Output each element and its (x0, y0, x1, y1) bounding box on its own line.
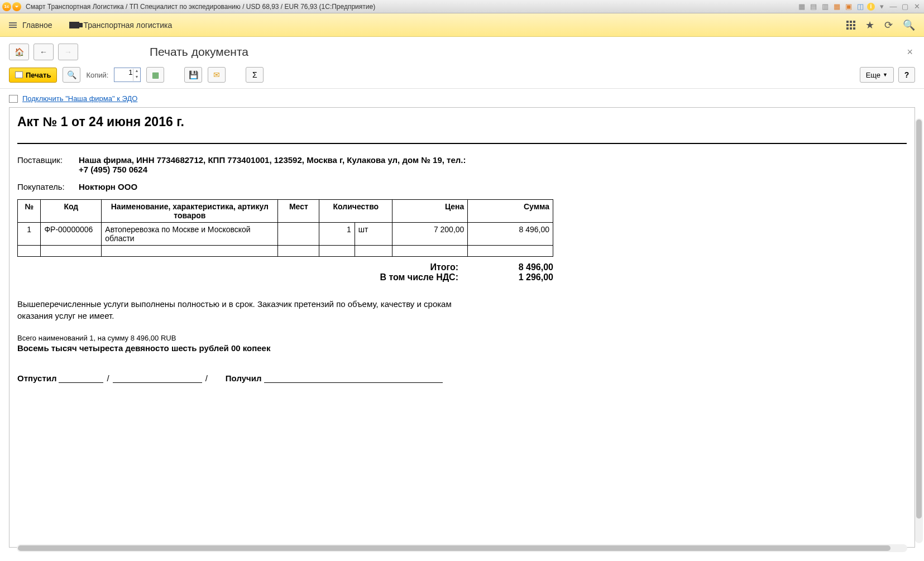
print-button[interactable]: Печать (9, 68, 57, 83)
apps-grid-icon[interactable] (846, 21, 855, 30)
col-qty: Количество (319, 200, 392, 223)
poluchil-line (264, 373, 443, 383)
cell-sum: 8 496,00 (468, 223, 553, 246)
history-icon[interactable]: ⟳ (884, 19, 893, 31)
print-toolbar: Печать 🔍 Копий: ▲▼ ▦ 💾 ✉ Σ Еще ▼ ? (0, 65, 924, 89)
menu-logistics[interactable]: Транспортная логистика (84, 21, 173, 30)
col-num: № (18, 200, 41, 223)
minimize-icon[interactable]: — (888, 2, 898, 12)
help-button[interactable]: ? (898, 67, 915, 83)
email-button[interactable]: ✉ (208, 67, 226, 83)
calculator-icon[interactable]: ▦ (832, 2, 842, 12)
calendar-icon[interactable]: ▣ (844, 2, 854, 12)
otpustil-line-1 (59, 373, 103, 383)
more-label: Еще (866, 71, 880, 79)
info-icon[interactable]: i (867, 3, 875, 11)
close-tab-icon[interactable]: × (904, 44, 915, 60)
back-button[interactable]: ← (33, 44, 54, 60)
otpustil-line-2 (113, 373, 202, 383)
export-excel-button[interactable]: ▦ (146, 67, 164, 83)
col-price: Цена (392, 200, 468, 223)
copies-label: Копий: (86, 71, 108, 79)
col-sum: Сумма (468, 200, 553, 223)
col-mest: Мест (278, 200, 319, 223)
itogo-value: 8 496,00 (475, 262, 553, 272)
cell-unit: шт (355, 223, 392, 246)
edo-row: Подключить "Наша фирма" к ЭДО (0, 89, 924, 107)
hscroll-thumb[interactable] (18, 545, 891, 551)
poluchil-label: Получил (226, 373, 262, 383)
document-title: Акт № 1 от 24 июня 2016 г. (17, 114, 907, 130)
titlebar-tool-1-icon[interactable]: ▦ (797, 2, 807, 12)
close-window-icon[interactable]: ✕ (912, 2, 922, 12)
home-button[interactable]: 🏠 (9, 44, 29, 60)
cell-code: ФР-00000006 (41, 223, 102, 246)
chevron-down-icon: ▼ (883, 72, 888, 78)
menu-main[interactable]: Главное (22, 21, 52, 30)
window-titlebar: 1c Смарт Транспортная Логистика / ТП Спе… (0, 0, 924, 13)
document-divider (17, 143, 907, 144)
cell-num: 1 (18, 223, 41, 246)
save-button[interactable]: 💾 (184, 67, 202, 83)
copies-down[interactable]: ▼ (133, 75, 140, 81)
print-button-label: Печать (26, 71, 51, 79)
items-table: № Код Наименование, характеристика, арти… (17, 199, 553, 257)
cell-price: 7 200,00 (392, 223, 468, 246)
edo-connect-link[interactable]: Подключить "Наша фирма" к ЭДО (22, 94, 137, 103)
supplier-label: Поставщик: (17, 155, 79, 174)
more-button[interactable]: Еще ▼ (860, 67, 894, 83)
signatures-row: Отпустил / / Получил (17, 373, 907, 383)
app-dropdown-icon[interactable] (12, 2, 21, 11)
cell-qty: 1 (319, 223, 355, 246)
app-logo-icon: 1c (2, 2, 11, 11)
buyer-label: Покупатель: (17, 182, 79, 191)
slash-1: / (106, 373, 110, 383)
search-icon[interactable]: 🔍 (903, 19, 915, 31)
edo-icon (9, 95, 18, 103)
vscroll-thumb[interactable] (916, 119, 922, 519)
subnav-bar: 🏠 ← → Печать документа × (0, 37, 924, 65)
titlebar-tool-3-icon[interactable]: ▥ (820, 2, 830, 12)
preview-button[interactable]: 🔍 (63, 67, 80, 83)
copies-field[interactable] (116, 68, 132, 76)
summary-count: Всего наименований 1, на сумму 8 496,00 … (17, 334, 907, 342)
menu-burger-icon[interactable] (9, 21, 17, 29)
otpustil-label: Отпустил (17, 373, 56, 383)
buyer-value: Ноктюрн ООО (79, 182, 470, 191)
cell-name: Автоперевозка по Москве и Московской обл… (102, 223, 278, 246)
main-menubar: Главное Транспортная логистика ★ ⟳ 🔍 (0, 13, 924, 37)
sum-button[interactable]: Σ (246, 67, 264, 83)
itogo-label: Итого: (17, 262, 475, 272)
col-name: Наименование, характеристика, артикул то… (102, 200, 278, 223)
cell-mest (278, 223, 319, 246)
col-code: Код (41, 200, 102, 223)
nds-label: В том числе НДС: (17, 272, 475, 282)
document-scroll-area[interactable]: Акт № 1 от 24 июня 2016 г. Поставщик: На… (0, 107, 924, 557)
totals-block: Итого: 8 496,00 В том числе НДС: 1 296,0… (17, 262, 553, 282)
table-row: 1ФР-00000006Автоперевозка по Москве и Мо… (18, 223, 553, 246)
slash-2: / (204, 373, 209, 383)
titlebar-tool-2-icon[interactable]: ▤ (808, 2, 818, 12)
forward-button[interactable]: → (58, 44, 78, 60)
panels-icon[interactable]: ◫ (855, 2, 865, 12)
window-title: Смарт Транспортная Логистика / ТП Специа… (22, 3, 797, 11)
summary-words: Восемь тысяч четыреста девяносто шесть р… (17, 343, 907, 353)
document-frame: Акт № 1 от 24 июня 2016 г. Поставщик: На… (9, 107, 915, 548)
printer-icon (15, 71, 23, 78)
services-note: Вышеперечисленные услуги выполнены полно… (17, 298, 475, 322)
supplier-value: Наша фирма, ИНН 7734682712, КПП 77340100… (79, 155, 470, 174)
maximize-icon[interactable]: ▢ (900, 2, 910, 12)
table-spacer-row (18, 246, 553, 257)
favorites-star-icon[interactable]: ★ (865, 19, 874, 31)
copies-up[interactable]: ▲ (133, 69, 140, 75)
nds-value: 1 296,00 (475, 272, 553, 282)
vertical-scrollbar[interactable] (915, 118, 923, 543)
table-header-row: № Код Наименование, характеристика, арти… (18, 200, 553, 223)
truck-icon (69, 22, 79, 28)
horizontal-scrollbar[interactable] (17, 544, 907, 552)
page-title: Печать документа (150, 45, 248, 59)
info-dropdown-icon[interactable]: ▾ (877, 2, 887, 12)
copies-stepper[interactable]: ▲▼ (114, 68, 141, 82)
